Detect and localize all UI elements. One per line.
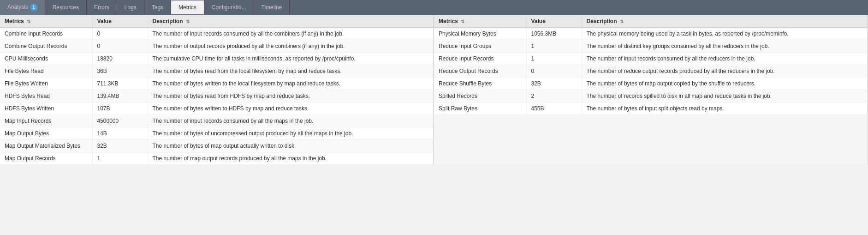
left-value-cell: 18820 xyxy=(92,53,148,65)
tab-badge-analysis: 1 xyxy=(30,4,37,11)
left-table-row: HDFS Bytes Read 139.4MB The number of by… xyxy=(0,90,434,102)
right-table-row: Split Raw Bytes 455B The number of bytes… xyxy=(434,102,868,115)
left-description-cell: The cumulative CPU time for all tasks in… xyxy=(148,53,434,65)
right-description-sort-icon: ⇅ xyxy=(620,19,624,24)
left-metrics-cell: HDFS Bytes Written xyxy=(0,102,92,115)
right-metrics-table: Metrics ⇅ Value Description ⇅ Physical M… xyxy=(434,15,868,115)
tab-tags[interactable]: Tags xyxy=(144,0,171,14)
tab-timeline[interactable]: Timeline xyxy=(254,0,290,14)
description-sort-icon: ⇅ xyxy=(186,19,190,24)
left-table-row: Map Output Bytes 14B The number of bytes… xyxy=(0,127,434,140)
right-table-row: Spilled Records 2 The number of records … xyxy=(434,90,868,102)
tab-metrics[interactable]: Metrics xyxy=(171,0,204,14)
right-description-cell: The number of input records consumed by … xyxy=(582,53,868,65)
left-metrics-cell: Map Output Records xyxy=(0,152,92,165)
tab-configuration[interactable]: Configuratio... xyxy=(204,0,254,14)
left-description-cell: The number of bytes of uncompressed outp… xyxy=(148,127,434,140)
right-table-row: Reduce Shuffle Bytes 32B The number of b… xyxy=(434,78,868,90)
left-table-row: Combine Output Records 0 The number of o… xyxy=(0,40,434,53)
right-metrics-cell: Reduce Input Records xyxy=(434,53,526,65)
left-description-cell: The number of bytes of map output actual… xyxy=(148,140,434,152)
right-metrics-sort-icon: ⇅ xyxy=(461,19,464,24)
right-metrics-cell: Reduce Shuffle Bytes xyxy=(434,78,526,90)
left-col-header-metrics: Metrics ⇅ xyxy=(0,15,92,28)
right-description-cell: The physical memory being used by a task… xyxy=(582,28,868,40)
right-value-cell: 1056.3MB xyxy=(526,28,582,40)
left-col-header-description: Description ⇅ xyxy=(148,15,434,28)
left-metrics-cell: CPU Milliseconds xyxy=(0,53,92,65)
left-table-row: File Bytes Read 36B The number of bytes … xyxy=(0,65,434,78)
left-metrics-cell: File Bytes Read xyxy=(0,65,92,78)
right-description-cell: The number of bytes of map output copied… xyxy=(582,78,868,90)
left-value-cell: 32B xyxy=(92,140,148,152)
left-description-cell: The number of map output records produce… xyxy=(148,152,434,165)
tab-resources[interactable]: Resources xyxy=(45,0,87,14)
right-metrics-cell: Spilled Records xyxy=(434,90,526,102)
left-description-cell: The number of output records produced by… xyxy=(148,40,434,53)
left-table-row: Map Output Records 1 The number of map o… xyxy=(0,152,434,165)
right-table-row: Reduce Input Records 1 The number of inp… xyxy=(434,53,868,65)
right-value-cell: 32B xyxy=(526,78,582,90)
right-description-cell: The number of distinct key groups consum… xyxy=(582,40,868,53)
left-table-row: Map Input Records 4500000 The number of … xyxy=(0,115,434,127)
left-metrics-cell: Map Output Bytes xyxy=(0,127,92,140)
right-table-row: Physical Memory Bytes 1056.3MB The physi… xyxy=(434,28,868,40)
tab-errors[interactable]: Errors xyxy=(87,0,117,14)
right-col-header-metrics: Metrics ⇅ xyxy=(434,15,526,28)
left-description-cell: The number of bytes written to HDFS by m… xyxy=(148,102,434,115)
right-description-cell: The number of reduce output records prod… xyxy=(582,65,868,78)
left-value-cell: 36B xyxy=(92,65,148,78)
tab-analysis[interactable]: Analysis1 xyxy=(0,0,45,15)
right-description-cell: The number of records spilled to disk in… xyxy=(582,90,868,102)
right-value-cell: 2 xyxy=(526,90,582,102)
left-value-cell: 0 xyxy=(92,28,148,40)
right-value-cell: 455B xyxy=(526,102,582,115)
left-value-cell: 1 xyxy=(92,152,148,165)
left-metrics-cell: Map Output Materialized Bytes xyxy=(0,140,92,152)
metrics-sort-icon: ⇅ xyxy=(27,19,30,24)
right-table-row: Reduce Input Groups 1 The number of dist… xyxy=(434,40,868,53)
left-metrics-table: Metrics ⇅ Value Description ⇅ Combine In… xyxy=(0,15,434,165)
left-description-cell: The number of bytes read from the local … xyxy=(148,65,434,78)
right-table-panel: Metrics ⇅ Value Description ⇅ Physical M… xyxy=(434,15,868,165)
left-metrics-cell: HDFS Bytes Read xyxy=(0,90,92,102)
right-value-cell: 0 xyxy=(526,65,582,78)
left-col-header-value: Value xyxy=(92,15,148,28)
right-metrics-cell: Split Raw Bytes xyxy=(434,102,526,115)
left-metrics-cell: Combine Output Records xyxy=(0,40,92,53)
left-description-cell: The number of input records consumed by … xyxy=(148,28,434,40)
left-table-row: Combine Input Records 0 The number of in… xyxy=(0,28,434,40)
right-metrics-cell: Reduce Input Groups xyxy=(434,40,526,53)
left-table-row: HDFS Bytes Written 107B The number of by… xyxy=(0,102,434,115)
right-value-cell: 1 xyxy=(526,53,582,65)
left-metrics-cell: Combine Input Records xyxy=(0,28,92,40)
right-table-row: Reduce Output Records 0 The number of re… xyxy=(434,65,868,78)
content-area: Metrics ⇅ Value Description ⇅ Combine In… xyxy=(0,15,868,165)
left-description-cell: The number of bytes written to the local… xyxy=(148,78,434,90)
right-metrics-cell: Reduce Output Records xyxy=(434,65,526,78)
left-value-cell: 4500000 xyxy=(92,115,148,127)
left-description-cell: The number of bytes read from HDFS by ma… xyxy=(148,90,434,102)
right-col-header-value: Value xyxy=(526,15,582,28)
left-metrics-cell: Map Input Records xyxy=(0,115,92,127)
left-value-cell: 0 xyxy=(92,40,148,53)
right-description-cell: The number of bytes of input split objec… xyxy=(582,102,868,115)
left-value-cell: 107B xyxy=(92,102,148,115)
left-table-row: CPU Milliseconds 18820 The cumulative CP… xyxy=(0,53,434,65)
left-table-panel: Metrics ⇅ Value Description ⇅ Combine In… xyxy=(0,15,434,165)
left-description-cell: The number of input records consumed by … xyxy=(148,115,434,127)
left-value-cell: 14B xyxy=(92,127,148,140)
tabs-bar: Analysis1ResourcesErrorsLogsTagsMetricsC… xyxy=(0,0,868,15)
left-value-cell: 711.3KB xyxy=(92,78,148,90)
left-metrics-cell: File Bytes Written xyxy=(0,78,92,90)
right-col-header-description: Description ⇅ xyxy=(582,15,868,28)
right-metrics-cell: Physical Memory Bytes xyxy=(434,28,526,40)
right-value-cell: 1 xyxy=(526,40,582,53)
left-table-row: Map Output Materialized Bytes 32B The nu… xyxy=(0,140,434,152)
left-table-row: File Bytes Written 711.3KB The number of… xyxy=(0,78,434,90)
tab-logs[interactable]: Logs xyxy=(117,0,144,14)
left-value-cell: 139.4MB xyxy=(92,90,148,102)
